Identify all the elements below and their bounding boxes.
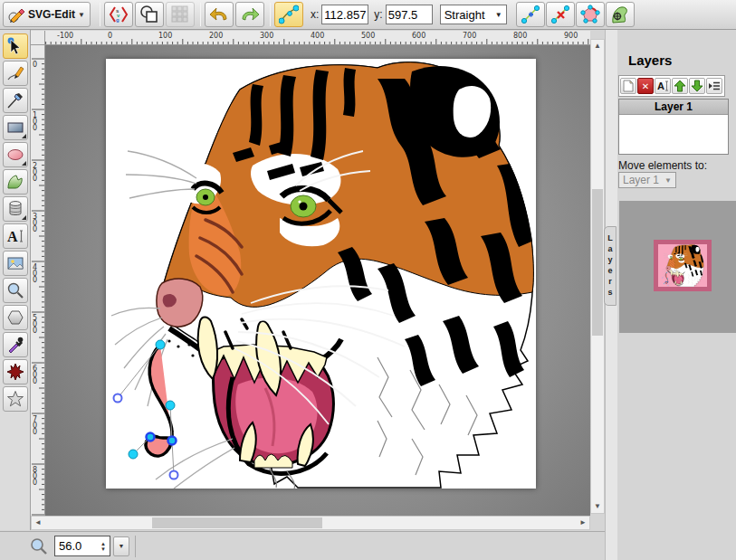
line-tool-button[interactable] xyxy=(3,88,28,113)
ellipse-tool-button[interactable] xyxy=(3,142,28,167)
clone-node-button[interactable] xyxy=(516,2,545,27)
eyedropper-tool-button[interactable] xyxy=(3,332,28,357)
zoom-tool-button[interactable] xyxy=(3,278,28,303)
x-coordinate-input[interactable] xyxy=(321,5,368,24)
redo-button[interactable] xyxy=(235,2,264,27)
delete-layer-button[interactable]: ✕ xyxy=(637,78,654,94)
edited-path[interactable] xyxy=(114,340,178,479)
toolbar-separator xyxy=(100,3,100,26)
logo-label: SVG-Edit xyxy=(28,8,75,21)
path-edit-mode-button[interactable] xyxy=(274,2,303,27)
new-layer-icon xyxy=(622,80,635,92)
layer-menu-button[interactable] xyxy=(706,78,722,94)
svg-text:600: 600 xyxy=(412,32,425,40)
svg-text:g: g xyxy=(116,17,119,23)
source-code-button[interactable]: s v g xyxy=(104,2,133,27)
svg-text:200: 200 xyxy=(33,162,37,183)
move-elements-label: Move elements to: xyxy=(618,159,707,172)
star-icon xyxy=(6,390,24,408)
layer-row-selected[interactable]: Layer 1 xyxy=(619,100,728,115)
document-properties-icon xyxy=(139,5,159,24)
svg-text:A: A xyxy=(657,81,664,91)
bottom-bar: ▲ ▼ ▼ xyxy=(0,531,605,560)
layer-thumbnail xyxy=(654,240,712,291)
hexagon-icon xyxy=(6,308,24,327)
scroll-down-arrow[interactable]: ▼ xyxy=(591,500,604,513)
vertical-scrollbar[interactable]: ▲ ▼ xyxy=(590,39,605,514)
menu-caret-icon: ▼ xyxy=(78,11,85,19)
top-toolbar: SVG-Edit ▼ s v g xyxy=(0,0,736,30)
horizontal-scroll-thumb[interactable] xyxy=(152,517,322,528)
move-layer-up-button[interactable] xyxy=(672,78,688,94)
open-path-icon xyxy=(580,5,600,24)
pencil-icon xyxy=(6,64,24,82)
add-node-icon xyxy=(521,5,540,24)
ellipse-icon xyxy=(6,146,24,164)
add-subpath-button[interactable] xyxy=(606,2,635,27)
redo-icon xyxy=(240,5,260,24)
zoom-spinner[interactable]: ▲ ▼ xyxy=(97,541,110,552)
add-subpath-icon xyxy=(610,5,630,24)
path-shape-icon xyxy=(6,173,24,191)
select-tool-button[interactable] xyxy=(3,33,28,59)
wireframe-grid-button[interactable] xyxy=(166,2,195,27)
svg-canvas[interactable] xyxy=(106,59,536,489)
move-select-caret-icon: ▼ xyxy=(664,176,672,185)
vertical-ruler: 0100200300400500600700800900 xyxy=(31,45,45,516)
polygon-tool-button[interactable] xyxy=(3,305,28,330)
pencil-tool-button[interactable] xyxy=(3,61,28,86)
delete-node-button[interactable] xyxy=(546,2,575,27)
segment-type-select[interactable]: Straight ▼ xyxy=(440,5,507,24)
eyedropper-icon xyxy=(6,336,24,354)
delete-node-icon xyxy=(550,5,570,24)
starburst-shape-button[interactable] xyxy=(3,359,28,384)
image-tool-button[interactable] xyxy=(3,251,28,276)
move-target-value: Layer 1 xyxy=(623,174,659,186)
new-layer-button[interactable] xyxy=(620,78,636,94)
move-layer-down-button[interactable] xyxy=(689,78,705,94)
path-edit-icon xyxy=(279,5,299,24)
move-elements-select[interactable]: Layer 1 ▼ xyxy=(618,172,676,188)
open-close-path-button[interactable] xyxy=(576,2,605,27)
svg-text:200: 200 xyxy=(209,32,223,40)
svg-text:-100: -100 xyxy=(57,32,73,40)
main-menu-button[interactable]: SVG-Edit ▼ xyxy=(3,2,91,27)
undo-button[interactable] xyxy=(205,2,234,27)
svg-text:0: 0 xyxy=(108,32,112,40)
segment-type-value: Straight xyxy=(444,8,485,22)
rectangle-tool-button[interactable] xyxy=(3,115,28,140)
path-nodes[interactable] xyxy=(114,340,178,479)
y-coordinate-input[interactable] xyxy=(386,5,433,24)
scroll-right-arrow[interactable]: ► xyxy=(577,517,589,529)
layers-title: Layers xyxy=(628,52,672,68)
rename-layer-button[interactable]: A xyxy=(655,78,671,94)
shape-library-button[interactable] xyxy=(3,196,28,222)
rename-layer-icon: A xyxy=(656,80,669,92)
ruler-corner xyxy=(31,31,45,45)
red-starburst-icon xyxy=(6,363,24,381)
source-code-icon: s v g xyxy=(109,5,129,24)
zoom-level-input[interactable] xyxy=(55,539,97,553)
zoom-spinner-down-icon[interactable]: ▼ xyxy=(100,546,106,552)
undo-icon xyxy=(209,5,229,24)
layers-collapse-tab[interactable]: Layers xyxy=(604,226,617,306)
bottom-bar-separator xyxy=(135,536,136,557)
scroll-left-arrow[interactable]: ◄ xyxy=(32,517,44,529)
delete-layer-x-icon: ✕ xyxy=(642,81,649,91)
text-tool-button[interactable]: A xyxy=(3,223,28,249)
horizontal-scrollbar[interactable]: ◄ ► xyxy=(31,516,590,530)
zoom-preset-dropdown[interactable]: ▼ xyxy=(113,536,129,556)
svg-text:900: 900 xyxy=(564,32,578,40)
layer-list: Layer 1 xyxy=(618,99,729,155)
workspace[interactable] xyxy=(45,45,590,516)
scroll-up-arrow[interactable]: ▲ xyxy=(591,40,604,52)
image-icon xyxy=(6,254,24,272)
path-tool-button[interactable] xyxy=(3,169,28,195)
y-coordinate-label: y: xyxy=(374,8,382,21)
rectangle-icon xyxy=(6,119,24,137)
star-tool-button[interactable] xyxy=(3,386,28,412)
vertical-scroll-thumb[interactable] xyxy=(592,189,603,336)
svg-text:0: 0 xyxy=(33,61,37,69)
document-properties-button[interactable] xyxy=(135,2,164,27)
line-icon xyxy=(6,91,24,109)
